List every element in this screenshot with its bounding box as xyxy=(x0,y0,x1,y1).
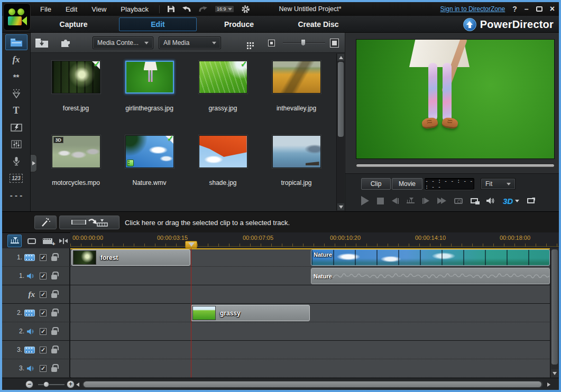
fit-zoom-dropdown[interactable]: Fit xyxy=(481,178,516,190)
undo-icon[interactable] xyxy=(182,5,191,13)
track-enable-checkbox[interactable]: ✓ xyxy=(40,254,47,261)
close-button[interactable]: × xyxy=(550,4,555,14)
media-thumbnail-forest[interactable]: ✓ xyxy=(52,61,100,94)
menu-file[interactable]: File xyxy=(40,5,51,13)
tab-produce[interactable]: Produce xyxy=(213,16,265,33)
plugin-puzzle-icon[interactable] xyxy=(60,37,71,49)
clip-nature-audio[interactable]: Nature xyxy=(311,268,550,284)
redo-icon[interactable] xyxy=(198,5,208,13)
media-thumbnail-grassy[interactable]: ✓ xyxy=(199,61,247,94)
track-enable-checkbox[interactable]: ✓ xyxy=(40,347,47,353)
previous-frame-button[interactable] xyxy=(392,198,399,204)
thumbnail-zoom-out-button[interactable] xyxy=(268,40,275,46)
timeline-horizontal-scrollbar[interactable] xyxy=(82,381,543,388)
magic-wand-button[interactable] xyxy=(34,216,57,229)
sidebar-item-title-room[interactable]: T xyxy=(5,103,27,118)
timecode-display[interactable]: - - : - - : - - : - - xyxy=(425,178,474,190)
save-button[interactable] xyxy=(167,5,175,13)
timeline-zoom-in-button[interactable]: + xyxy=(67,380,75,388)
lock-icon[interactable] xyxy=(51,293,57,298)
timeline-zoom-slider-handle[interactable] xyxy=(43,381,49,387)
sidebar-item-effect-room[interactable]: fx xyxy=(5,52,27,67)
menu-view[interactable]: View xyxy=(91,5,106,13)
media-item[interactable]: inthevalley.jpg xyxy=(260,57,333,132)
sidebar-item-subtitle-room[interactable]: - - - xyxy=(5,188,27,202)
clip-mode-button[interactable]: Clip xyxy=(361,178,391,190)
movie-mode-button[interactable]: Movie xyxy=(392,178,422,190)
menu-playback[interactable]: Playback xyxy=(121,5,149,13)
track-enable-checkbox[interactable]: ✓ xyxy=(40,291,47,298)
track-enable-checkbox[interactable]: ✓ xyxy=(40,273,47,279)
menu-edit[interactable]: Edit xyxy=(66,5,77,13)
media-item[interactable]: 3D motorcycles.mpo xyxy=(39,132,113,206)
thumbnail-size-slider-handle[interactable] xyxy=(301,39,306,46)
media-thumbnail-nature[interactable]: ✓ xyxy=(125,135,174,168)
help-button[interactable]: ? xyxy=(512,5,517,13)
clip-nature-video[interactable]: Nature xyxy=(311,249,550,266)
maximize-button[interactable] xyxy=(536,6,542,12)
sidebar-item-chapter-room[interactable]: 123 xyxy=(5,171,27,185)
library-scrollbar[interactable] xyxy=(336,53,344,211)
preview-seek-slider[interactable] xyxy=(356,164,555,167)
lock-icon[interactable] xyxy=(51,349,57,353)
media-item[interactable]: girlinthegrass.jpg xyxy=(113,57,186,132)
minimize-button[interactable]: – xyxy=(525,5,529,13)
media-item[interactable]: shade.jpg xyxy=(186,132,260,206)
scroll-up-button[interactable] xyxy=(337,54,344,61)
track-manager-button[interactable] xyxy=(40,235,54,247)
timeline-zoom-out-button[interactable]: − xyxy=(25,380,33,388)
signin-directorzone-link[interactable]: Sign in to DirectorZone xyxy=(440,5,505,13)
scroll-down-button[interactable] xyxy=(337,203,344,210)
stop-button[interactable] xyxy=(377,198,384,204)
timeline-ruler[interactable]: 00:00:00:00 00:00:03:15 00:00:07:05 00:0… xyxy=(70,232,559,248)
thumbnail-size-slider[interactable] xyxy=(283,42,325,43)
media-thumbnail-tropical[interactable] xyxy=(272,135,321,168)
storyboard-view-button[interactable] xyxy=(24,235,39,247)
library-panel-expander[interactable] xyxy=(31,154,37,172)
snap-to-clips-button[interactable] xyxy=(56,235,70,247)
thumbnail-zoom-in-button[interactable] xyxy=(330,39,339,48)
play-button[interactable] xyxy=(361,196,369,206)
playhead-line[interactable] xyxy=(191,248,191,378)
next-frame-button[interactable] xyxy=(422,198,429,204)
media-thumbnail-inthevalley[interactable] xyxy=(272,61,321,94)
lock-icon[interactable] xyxy=(51,367,57,372)
media-item[interactable]: ✓ grassy.jpg xyxy=(186,57,260,132)
media-filter-dropdown[interactable]: All Media xyxy=(159,36,221,49)
scroll-down-button[interactable] xyxy=(551,369,558,377)
trim-marker-button[interactable] xyxy=(407,199,415,203)
volume-button[interactable] xyxy=(486,197,495,204)
sidebar-item-voice-over-room[interactable] xyxy=(5,154,27,169)
timeline-vertical-scrollbar[interactable] xyxy=(550,248,559,378)
tab-capture[interactable]: Capture xyxy=(47,16,100,33)
scrollbar-thumb[interactable] xyxy=(338,62,344,137)
library-menu-icon[interactable] xyxy=(247,42,249,44)
media-item[interactable]: tropical.jpg xyxy=(260,132,333,206)
tab-edit[interactable]: Edit xyxy=(119,17,197,31)
sidebar-item-particle-room[interactable] xyxy=(5,86,27,101)
clip-grassy[interactable]: grassy xyxy=(191,305,310,321)
media-thumbnail-shade[interactable] xyxy=(199,135,247,168)
sidebar-item-transition-room[interactable] xyxy=(5,120,27,135)
scroll-right-button[interactable] xyxy=(545,381,553,388)
clip-forest[interactable]: forest xyxy=(71,249,190,266)
lock-icon[interactable] xyxy=(51,312,57,316)
scrollbar-thumb[interactable] xyxy=(84,381,541,387)
sidebar-item-pip-objects-room[interactable]: ** xyxy=(5,69,27,84)
insert-to-timeline-button[interactable] xyxy=(59,216,119,229)
lock-icon[interactable] xyxy=(51,256,57,261)
scroll-left-button[interactable] xyxy=(74,381,81,388)
timeline-zoom-slider[interactable] xyxy=(38,384,65,385)
aspect-ratio-button[interactable]: 16:9 xyxy=(215,5,234,13)
track-enable-checkbox[interactable]: ✓ xyxy=(40,328,47,335)
track-enable-checkbox[interactable]: ✓ xyxy=(40,365,47,372)
media-item[interactable]: ✓ forest.jpg xyxy=(39,57,113,132)
lock-icon[interactable] xyxy=(51,330,57,335)
lock-icon[interactable] xyxy=(51,275,57,279)
media-item[interactable]: ✓ Nature.wmv xyxy=(113,132,186,206)
undock-preview-button[interactable] xyxy=(527,198,535,203)
media-thumbnail-girlinthegrass[interactable] xyxy=(125,61,174,94)
timeline-view-button[interactable] xyxy=(7,235,22,247)
3d-mode-button[interactable]: 3D xyxy=(503,197,519,206)
sidebar-item-audio-mixing-room[interactable] xyxy=(5,137,27,152)
